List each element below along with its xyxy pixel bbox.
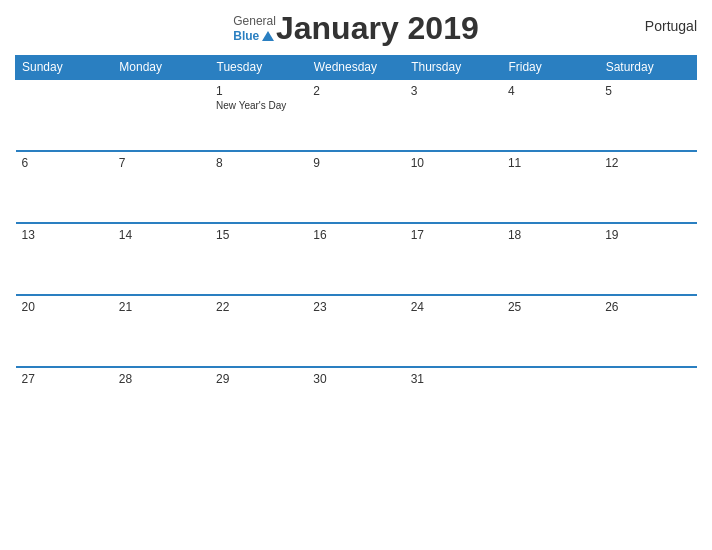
calendar-cell: 8 (210, 151, 307, 223)
calendar-week-row: 1New Year's Day2345 (16, 79, 697, 151)
calendar-cell: 23 (307, 295, 404, 367)
day-number: 15 (216, 228, 301, 242)
header-sunday: Sunday (16, 56, 113, 80)
day-number: 27 (22, 372, 107, 386)
day-number: 23 (313, 300, 398, 314)
day-number: 14 (119, 228, 204, 242)
calendar-week-row: 2728293031 (16, 367, 697, 439)
header-thursday: Thursday (405, 56, 502, 80)
logo: General Blue (233, 14, 276, 43)
calendar-cell: 3 (405, 79, 502, 151)
day-number: 7 (119, 156, 204, 170)
header-saturday: Saturday (599, 56, 696, 80)
calendar-cell: 26 (599, 295, 696, 367)
calendar-header: General Blue January 2019 Portugal (15, 10, 697, 47)
calendar-cell: 10 (405, 151, 502, 223)
calendar-week-row: 20212223242526 (16, 295, 697, 367)
weekday-header-row: Sunday Monday Tuesday Wednesday Thursday… (16, 56, 697, 80)
logo-text: General Blue (233, 14, 276, 43)
calendar-thead: Sunday Monday Tuesday Wednesday Thursday… (16, 56, 697, 80)
calendar-table: Sunday Monday Tuesday Wednesday Thursday… (15, 55, 697, 439)
day-number: 8 (216, 156, 301, 170)
header-friday: Friday (502, 56, 599, 80)
calendar-cell: 14 (113, 223, 210, 295)
logo-blue-row: Blue (233, 29, 276, 43)
header-tuesday: Tuesday (210, 56, 307, 80)
logo-triangle-icon (262, 31, 274, 41)
calendar-cell: 25 (502, 295, 599, 367)
day-number: 19 (605, 228, 690, 242)
calendar-cell: 9 (307, 151, 404, 223)
calendar-cell: 4 (502, 79, 599, 151)
day-number: 28 (119, 372, 204, 386)
calendar-cell: 12 (599, 151, 696, 223)
header-monday: Monday (113, 56, 210, 80)
calendar-cell: 18 (502, 223, 599, 295)
calendar-cell: 13 (16, 223, 113, 295)
calendar-body: 1New Year's Day2345678910111213141516171… (16, 79, 697, 439)
calendar-cell: 27 (16, 367, 113, 439)
calendar-cell: 29 (210, 367, 307, 439)
calendar-cell: 20 (16, 295, 113, 367)
day-number: 25 (508, 300, 593, 314)
calendar-cell: 28 (113, 367, 210, 439)
calendar-cell: 24 (405, 295, 502, 367)
calendar-cell: 30 (307, 367, 404, 439)
day-number: 22 (216, 300, 301, 314)
calendar-cell: 1New Year's Day (210, 79, 307, 151)
day-number: 9 (313, 156, 398, 170)
day-number: 12 (605, 156, 690, 170)
day-number: 1 (216, 84, 301, 98)
calendar-cell (16, 79, 113, 151)
calendar-cell (502, 367, 599, 439)
calendar-cell: 11 (502, 151, 599, 223)
calendar-cell (599, 367, 696, 439)
calendar-week-row: 13141516171819 (16, 223, 697, 295)
calendar-cell: 5 (599, 79, 696, 151)
day-number: 26 (605, 300, 690, 314)
country-label: Portugal (645, 18, 697, 34)
day-number: 11 (508, 156, 593, 170)
logo-blue: Blue (233, 29, 259, 43)
logo-general: General (233, 14, 276, 28)
day-number: 13 (22, 228, 107, 242)
day-number: 17 (411, 228, 496, 242)
calendar-cell: 15 (210, 223, 307, 295)
calendar-cell (113, 79, 210, 151)
day-number: 4 (508, 84, 593, 98)
calendar-cell: 6 (16, 151, 113, 223)
calendar-week-row: 6789101112 (16, 151, 697, 223)
calendar-cell: 7 (113, 151, 210, 223)
calendar-cell: 16 (307, 223, 404, 295)
day-number: 30 (313, 372, 398, 386)
calendar-title: January 2019 (276, 10, 479, 47)
day-number: 2 (313, 84, 398, 98)
day-number: 24 (411, 300, 496, 314)
day-number: 29 (216, 372, 301, 386)
day-number: 20 (22, 300, 107, 314)
calendar-cell: 21 (113, 295, 210, 367)
calendar-cell: 2 (307, 79, 404, 151)
header-wednesday: Wednesday (307, 56, 404, 80)
holiday-label: New Year's Day (216, 100, 301, 111)
day-number: 16 (313, 228, 398, 242)
calendar-cell: 31 (405, 367, 502, 439)
calendar-cell: 22 (210, 295, 307, 367)
day-number: 31 (411, 372, 496, 386)
day-number: 21 (119, 300, 204, 314)
day-number: 18 (508, 228, 593, 242)
calendar-cell: 19 (599, 223, 696, 295)
calendar-cell: 17 (405, 223, 502, 295)
day-number: 3 (411, 84, 496, 98)
day-number: 5 (605, 84, 690, 98)
day-number: 10 (411, 156, 496, 170)
calendar-wrapper: General Blue January 2019 Portugal Sunda… (0, 0, 712, 550)
day-number: 6 (22, 156, 107, 170)
